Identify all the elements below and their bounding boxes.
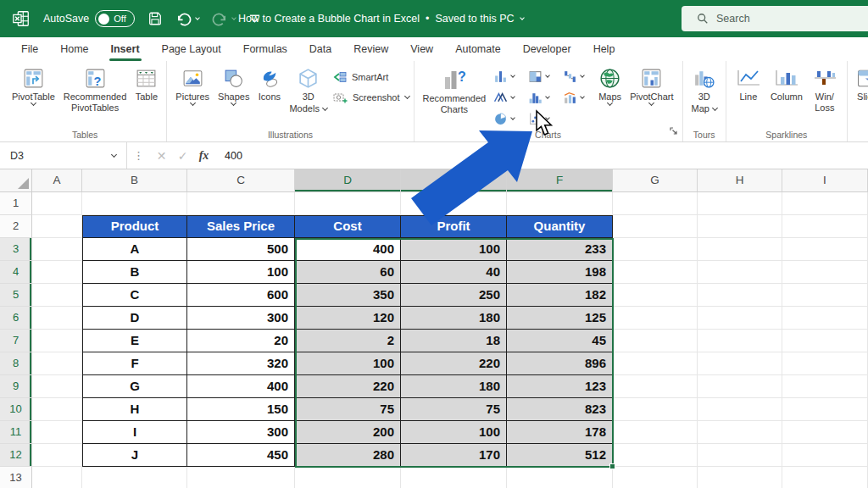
cell-C2[interactable]: Sales Price [187,215,295,238]
cell-C6[interactable]: 300 [187,307,295,330]
cell-E3[interactable]: 100 [401,238,507,261]
cell-F2[interactable]: Quantity [507,215,613,238]
sparkline-column-button[interactable]: Column [766,64,807,104]
pictures-button[interactable]: Pictures [171,64,214,107]
icons-button[interactable]: Icons [253,64,285,104]
cell-D10[interactable]: 75 [295,398,401,421]
cell-F8[interactable]: 896 [507,352,613,375]
cell-F10[interactable]: 823 [507,398,613,421]
cell-D2[interactable]: Cost [295,215,401,238]
cell-C4[interactable]: 100 [187,261,295,284]
3d-models-button[interactable]: 3D Models [285,64,331,116]
cell-A12[interactable] [32,444,82,467]
cell-E12[interactable]: 170 [401,444,507,467]
cell-G12[interactable] [613,444,698,467]
cell-H11[interactable] [698,421,782,444]
cell-C3[interactable]: 500 [187,238,295,261]
cell-H10[interactable] [698,398,782,421]
cell-F13[interactable] [507,467,613,488]
row-header-13[interactable]: 13 [0,467,32,488]
select-all-button[interactable] [0,169,32,192]
sparkline-winloss-button[interactable]: Win/ Loss [807,64,843,115]
column-header-C[interactable]: C [187,169,295,192]
cell-F11[interactable]: 178 [507,421,613,444]
cell-I12[interactable] [782,444,868,467]
smartart-button[interactable]: SmartArt [333,70,409,84]
sparkline-line-button[interactable]: Line [731,64,766,104]
cell-D13[interactable] [295,467,401,488]
cell-C10[interactable]: 150 [187,398,295,421]
cell-H9[interactable] [698,375,782,398]
cell-A13[interactable] [32,467,82,488]
insert-combo-chart-button[interactable] [559,91,594,105]
insert-waterfall-chart-button[interactable] [559,69,594,84]
cell-D12[interactable]: 280 [295,444,401,467]
row-header-8[interactable]: 8 [0,352,32,375]
cell-H3[interactable] [698,238,782,261]
cell-A11[interactable] [32,421,82,444]
cell-I3[interactable] [782,238,868,261]
cell-I7[interactable] [782,330,868,352]
cell-I10[interactable] [782,398,868,421]
table-button[interactable]: Table [131,64,162,104]
cell-H12[interactable] [698,444,782,467]
cell-F6[interactable]: 125 [507,307,613,330]
cell-D11[interactable]: 200 [295,421,401,444]
tab-insert[interactable]: Insert [100,37,151,61]
cell-F3[interactable]: 233 [507,238,613,261]
autosave-toggle[interactable]: Off [95,10,135,27]
cell-C5[interactable]: 600 [187,284,295,307]
cell-B13[interactable] [82,467,187,488]
cell-I6[interactable] [782,307,868,330]
cell-A10[interactable] [32,398,82,421]
row-header-3[interactable]: 3 [0,238,32,261]
cell-I11[interactable] [782,421,868,444]
cell-G11[interactable] [613,421,698,444]
cell-I5[interactable] [782,284,868,307]
cell-D1[interactable] [295,192,401,215]
cell-G4[interactable] [613,261,698,284]
cell-G10[interactable] [613,398,698,421]
tab-help[interactable]: Help [582,37,626,61]
cell-G8[interactable] [613,352,698,375]
formula-input[interactable]: 400 [214,150,868,162]
insert-function-icon[interactable]: fx [193,149,214,163]
row-header-6[interactable]: 6 [0,307,32,330]
cell-H4[interactable] [698,261,782,284]
cell-B2[interactable]: Product [82,215,187,238]
cell-G9[interactable] [613,375,698,398]
cell-B5[interactable]: C [82,284,187,307]
cell-G1[interactable] [613,192,698,215]
cell-A1[interactable] [32,192,82,215]
cell-B3[interactable]: A [82,238,187,261]
screenshot-button[interactable]: Screenshot [333,91,409,104]
maps-button[interactable]: Maps [594,64,626,107]
cell-E5[interactable]: 250 [401,284,507,307]
column-header-I[interactable]: I [782,169,868,192]
cell-D3[interactable]: 400 [295,238,401,261]
cell-E6[interactable]: 180 [401,307,507,330]
recommended-pivottables-button[interactable]: ? Recommended PivotTables [59,64,131,115]
cell-F7[interactable]: 45 [507,330,613,352]
row-header-11[interactable]: 11 [0,421,32,444]
row-header-10[interactable]: 10 [0,398,32,421]
row-header-9[interactable]: 9 [0,375,32,398]
row-header-2[interactable]: 2 [0,215,32,238]
tab-review[interactable]: Review [342,37,399,61]
cell-G3[interactable] [613,238,698,261]
tab-page-layout[interactable]: Page Layout [151,37,232,61]
cell-I1[interactable] [782,192,868,215]
cell-B9[interactable]: G [82,375,187,398]
cell-D9[interactable]: 220 [295,375,401,398]
column-header-D[interactable]: D [295,169,401,192]
column-header-G[interactable]: G [613,169,698,192]
insert-histogram-chart-button[interactable] [525,91,559,105]
cell-H7[interactable] [698,330,782,352]
cell-G6[interactable] [613,307,698,330]
cell-B10[interactable]: H [82,398,187,421]
insert-pie-chart-button[interactable] [490,112,525,126]
cell-A5[interactable] [32,284,82,307]
cell-G13[interactable] [613,467,698,488]
cell-A7[interactable] [32,330,82,352]
document-title[interactable]: How to Create a Bubble Chart in Excel • … [238,0,524,37]
